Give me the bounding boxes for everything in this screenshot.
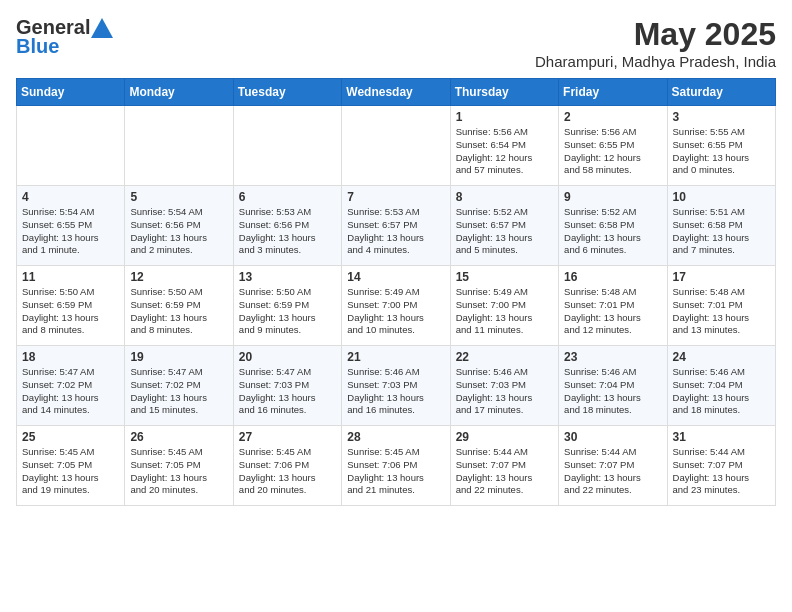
cell-info: Sunrise: 5:47 AM Sunset: 7:03 PM Dayligh… — [239, 366, 336, 417]
cell-info: Sunrise: 5:52 AM Sunset: 6:57 PM Dayligh… — [456, 206, 553, 257]
calendar-cell: 10Sunrise: 5:51 AM Sunset: 6:58 PM Dayli… — [667, 186, 775, 266]
day-number: 16 — [564, 270, 661, 284]
day-header-saturday: Saturday — [667, 79, 775, 106]
calendar-cell: 2Sunrise: 5:56 AM Sunset: 6:55 PM Daylig… — [559, 106, 667, 186]
cell-info: Sunrise: 5:46 AM Sunset: 7:04 PM Dayligh… — [673, 366, 770, 417]
cell-info: Sunrise: 5:45 AM Sunset: 7:06 PM Dayligh… — [347, 446, 444, 497]
calendar-cell: 8Sunrise: 5:52 AM Sunset: 6:57 PM Daylig… — [450, 186, 558, 266]
cell-info: Sunrise: 5:46 AM Sunset: 7:03 PM Dayligh… — [347, 366, 444, 417]
cell-info: Sunrise: 5:54 AM Sunset: 6:55 PM Dayligh… — [22, 206, 119, 257]
calendar-cell: 22Sunrise: 5:46 AM Sunset: 7:03 PM Dayli… — [450, 346, 558, 426]
calendar-cell: 5Sunrise: 5:54 AM Sunset: 6:56 PM Daylig… — [125, 186, 233, 266]
calendar-cell: 1Sunrise: 5:56 AM Sunset: 6:54 PM Daylig… — [450, 106, 558, 186]
day-number: 14 — [347, 270, 444, 284]
day-number: 21 — [347, 350, 444, 364]
calendar-cell: 7Sunrise: 5:53 AM Sunset: 6:57 PM Daylig… — [342, 186, 450, 266]
day-number: 31 — [673, 430, 770, 444]
calendar-week-4: 25Sunrise: 5:45 AM Sunset: 7:05 PM Dayli… — [17, 426, 776, 506]
cell-info: Sunrise: 5:49 AM Sunset: 7:00 PM Dayligh… — [347, 286, 444, 337]
cell-info: Sunrise: 5:47 AM Sunset: 7:02 PM Dayligh… — [22, 366, 119, 417]
cell-info: Sunrise: 5:46 AM Sunset: 7:03 PM Dayligh… — [456, 366, 553, 417]
day-number: 22 — [456, 350, 553, 364]
location-title: Dharampuri, Madhya Pradesh, India — [535, 53, 776, 70]
cell-info: Sunrise: 5:46 AM Sunset: 7:04 PM Dayligh… — [564, 366, 661, 417]
cell-info: Sunrise: 5:54 AM Sunset: 6:56 PM Dayligh… — [130, 206, 227, 257]
day-number: 20 — [239, 350, 336, 364]
cell-info: Sunrise: 5:45 AM Sunset: 7:05 PM Dayligh… — [130, 446, 227, 497]
cell-info: Sunrise: 5:44 AM Sunset: 7:07 PM Dayligh… — [673, 446, 770, 497]
day-number: 17 — [673, 270, 770, 284]
calendar-cell: 23Sunrise: 5:46 AM Sunset: 7:04 PM Dayli… — [559, 346, 667, 426]
calendar-cell: 26Sunrise: 5:45 AM Sunset: 7:05 PM Dayli… — [125, 426, 233, 506]
cell-info: Sunrise: 5:45 AM Sunset: 7:05 PM Dayligh… — [22, 446, 119, 497]
calendar-cell: 13Sunrise: 5:50 AM Sunset: 6:59 PM Dayli… — [233, 266, 341, 346]
calendar-cell: 15Sunrise: 5:49 AM Sunset: 7:00 PM Dayli… — [450, 266, 558, 346]
day-number: 13 — [239, 270, 336, 284]
calendar-week-0: 1Sunrise: 5:56 AM Sunset: 6:54 PM Daylig… — [17, 106, 776, 186]
logo-triangle-icon — [91, 18, 113, 38]
cell-info: Sunrise: 5:56 AM Sunset: 6:54 PM Dayligh… — [456, 126, 553, 177]
logo: General Blue — [16, 16, 114, 58]
day-number: 15 — [456, 270, 553, 284]
calendar-cell: 21Sunrise: 5:46 AM Sunset: 7:03 PM Dayli… — [342, 346, 450, 426]
day-number: 25 — [22, 430, 119, 444]
calendar-cell — [17, 106, 125, 186]
calendar-cell — [233, 106, 341, 186]
calendar-cell: 16Sunrise: 5:48 AM Sunset: 7:01 PM Dayli… — [559, 266, 667, 346]
calendar-cell: 6Sunrise: 5:53 AM Sunset: 6:56 PM Daylig… — [233, 186, 341, 266]
day-number: 3 — [673, 110, 770, 124]
calendar-cell: 4Sunrise: 5:54 AM Sunset: 6:55 PM Daylig… — [17, 186, 125, 266]
cell-info: Sunrise: 5:49 AM Sunset: 7:00 PM Dayligh… — [456, 286, 553, 337]
cell-info: Sunrise: 5:50 AM Sunset: 6:59 PM Dayligh… — [22, 286, 119, 337]
day-number: 6 — [239, 190, 336, 204]
calendar-cell — [342, 106, 450, 186]
calendar-cell: 11Sunrise: 5:50 AM Sunset: 6:59 PM Dayli… — [17, 266, 125, 346]
cell-info: Sunrise: 5:56 AM Sunset: 6:55 PM Dayligh… — [564, 126, 661, 177]
cell-info: Sunrise: 5:52 AM Sunset: 6:58 PM Dayligh… — [564, 206, 661, 257]
title-section: May 2025 Dharampuri, Madhya Pradesh, Ind… — [535, 16, 776, 70]
day-number: 5 — [130, 190, 227, 204]
day-number: 23 — [564, 350, 661, 364]
cell-info: Sunrise: 5:48 AM Sunset: 7:01 PM Dayligh… — [673, 286, 770, 337]
calendar-cell: 25Sunrise: 5:45 AM Sunset: 7:05 PM Dayli… — [17, 426, 125, 506]
cell-info: Sunrise: 5:44 AM Sunset: 7:07 PM Dayligh… — [456, 446, 553, 497]
calendar-cell — [125, 106, 233, 186]
calendar-cell: 14Sunrise: 5:49 AM Sunset: 7:00 PM Dayli… — [342, 266, 450, 346]
day-header-tuesday: Tuesday — [233, 79, 341, 106]
day-number: 19 — [130, 350, 227, 364]
cell-info: Sunrise: 5:47 AM Sunset: 7:02 PM Dayligh… — [130, 366, 227, 417]
day-number: 28 — [347, 430, 444, 444]
day-number: 24 — [673, 350, 770, 364]
day-header-sunday: Sunday — [17, 79, 125, 106]
calendar-cell: 12Sunrise: 5:50 AM Sunset: 6:59 PM Dayli… — [125, 266, 233, 346]
calendar-cell: 3Sunrise: 5:55 AM Sunset: 6:55 PM Daylig… — [667, 106, 775, 186]
day-number: 7 — [347, 190, 444, 204]
calendar-header-row: SundayMondayTuesdayWednesdayThursdayFrid… — [17, 79, 776, 106]
day-header-friday: Friday — [559, 79, 667, 106]
month-title: May 2025 — [535, 16, 776, 53]
cell-info: Sunrise: 5:53 AM Sunset: 6:57 PM Dayligh… — [347, 206, 444, 257]
calendar-week-2: 11Sunrise: 5:50 AM Sunset: 6:59 PM Dayli… — [17, 266, 776, 346]
calendar-week-1: 4Sunrise: 5:54 AM Sunset: 6:55 PM Daylig… — [17, 186, 776, 266]
cell-info: Sunrise: 5:53 AM Sunset: 6:56 PM Dayligh… — [239, 206, 336, 257]
cell-info: Sunrise: 5:44 AM Sunset: 7:07 PM Dayligh… — [564, 446, 661, 497]
day-header-wednesday: Wednesday — [342, 79, 450, 106]
day-number: 27 — [239, 430, 336, 444]
day-number: 11 — [22, 270, 119, 284]
page-header: General Blue May 2025 Dharampuri, Madhya… — [16, 16, 776, 70]
calendar-week-3: 18Sunrise: 5:47 AM Sunset: 7:02 PM Dayli… — [17, 346, 776, 426]
cell-info: Sunrise: 5:50 AM Sunset: 6:59 PM Dayligh… — [239, 286, 336, 337]
logo-blue-text: Blue — [16, 35, 59, 57]
day-number: 4 — [22, 190, 119, 204]
calendar-cell: 30Sunrise: 5:44 AM Sunset: 7:07 PM Dayli… — [559, 426, 667, 506]
calendar-cell: 24Sunrise: 5:46 AM Sunset: 7:04 PM Dayli… — [667, 346, 775, 426]
day-header-monday: Monday — [125, 79, 233, 106]
day-number: 10 — [673, 190, 770, 204]
day-number: 1 — [456, 110, 553, 124]
calendar-table: SundayMondayTuesdayWednesdayThursdayFrid… — [16, 78, 776, 506]
cell-info: Sunrise: 5:48 AM Sunset: 7:01 PM Dayligh… — [564, 286, 661, 337]
calendar-cell: 17Sunrise: 5:48 AM Sunset: 7:01 PM Dayli… — [667, 266, 775, 346]
day-number: 29 — [456, 430, 553, 444]
day-number: 12 — [130, 270, 227, 284]
calendar-cell: 20Sunrise: 5:47 AM Sunset: 7:03 PM Dayli… — [233, 346, 341, 426]
